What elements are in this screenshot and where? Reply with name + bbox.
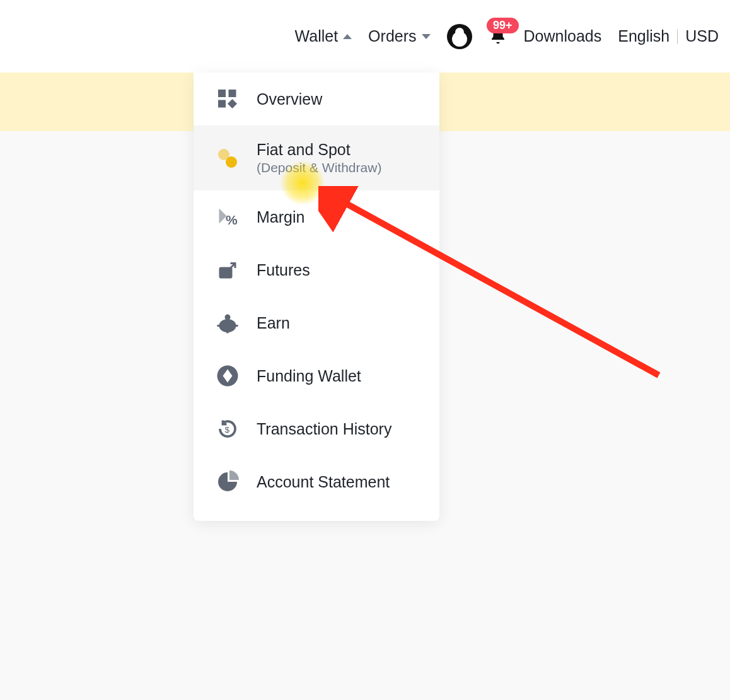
overview-icon [216, 88, 239, 110]
svg-rect-5 [218, 100, 226, 108]
dropdown-item-overview[interactable]: Overview [194, 73, 439, 125]
chevron-down-icon [422, 34, 431, 39]
currency-label: USD [685, 27, 719, 45]
profile-icon[interactable] [447, 24, 472, 49]
dropdown-label: Margin [257, 208, 304, 226]
chevron-up-icon [343, 34, 352, 39]
dropdown-item-earn[interactable]: Earn [194, 296, 439, 349]
dropdown-label: Futures [257, 261, 310, 279]
nav-downloads[interactable]: Downloads [524, 27, 602, 45]
dropdown-label: Funding Wallet [257, 367, 361, 385]
dropdown-label: Account Statement [257, 473, 390, 491]
svg-rect-4 [229, 90, 236, 97]
margin-icon: % [216, 206, 239, 228]
dropdown-item-history[interactable]: $ Transaction History [194, 402, 439, 455]
svg-text:%: % [226, 213, 238, 227]
nav-orders-label: Orders [368, 27, 416, 45]
nav-wallet[interactable]: Wallet [295, 27, 352, 45]
futures-icon [216, 259, 239, 281]
funding-icon [216, 365, 239, 387]
dropdown-label: Earn [257, 314, 290, 332]
svg-point-7 [226, 156, 237, 168]
dropdown-label: Overview [257, 90, 322, 108]
svg-rect-12 [217, 325, 221, 327]
separator [677, 29, 678, 44]
locale-switch[interactable]: English USD [618, 27, 719, 45]
dropdown-item-margin[interactable]: % Margin [194, 190, 439, 243]
dropdown-item-fiat-spot[interactable]: Fiat and Spot (Deposit & Withdraw) [194, 125, 439, 190]
notification-badge: 99+ [487, 18, 519, 34]
svg-rect-14 [227, 330, 229, 334]
earn-icon [216, 312, 239, 334]
topbar: Wallet Orders 99+ Downloads English USD [0, 0, 730, 73]
dropdown-sublabel: (Deposit & Withdraw) [257, 160, 381, 175]
wallet-dropdown: Overview Fiat and Spot (Deposit & Withdr… [194, 73, 439, 521]
dropdown-label: Transaction History [257, 420, 391, 438]
nav-orders[interactable]: Orders [368, 27, 430, 45]
dropdown-item-futures[interactable]: Futures [194, 243, 439, 296]
fiat-spot-icon [216, 147, 239, 170]
statement-icon [216, 470, 239, 493]
svg-text:$: $ [225, 425, 230, 435]
language-label: English [618, 27, 669, 45]
svg-point-11 [225, 315, 231, 320]
history-icon: $ [216, 417, 239, 440]
svg-rect-3 [218, 90, 226, 97]
dropdown-label: Fiat and Spot [257, 141, 381, 159]
svg-rect-13 [235, 325, 238, 327]
nav-wallet-label: Wallet [295, 27, 339, 45]
nav-downloads-label: Downloads [524, 27, 602, 45]
dropdown-item-funding[interactable]: Funding Wallet [194, 349, 439, 402]
notifications-button[interactable]: 99+ [489, 27, 507, 46]
dropdown-item-statement[interactable]: Account Statement [194, 455, 439, 508]
